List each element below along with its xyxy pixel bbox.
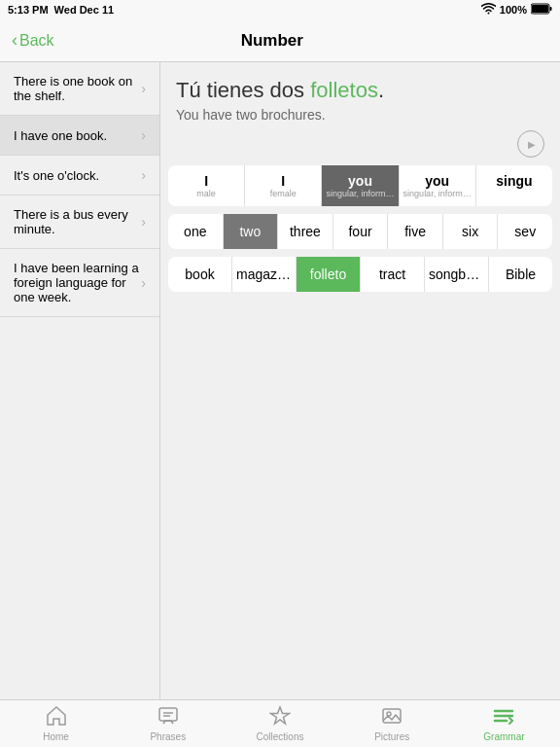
wifi-icon [481, 3, 496, 17]
number-two[interactable]: two [224, 214, 279, 249]
status-time: 5:13 PM [8, 4, 49, 16]
svg-rect-2 [532, 5, 548, 13]
status-bar: 5:13 PM Wed Dec 11 100% [0, 0, 560, 19]
sentence-highlight: folletos [310, 78, 378, 102]
back-label: Back [19, 32, 54, 50]
battery-icon [531, 3, 552, 17]
number-six[interactable]: six [443, 214, 499, 249]
noun-songbook-label: songbook [429, 267, 488, 282]
tab-grammar-label: Grammar [483, 731, 524, 742]
svg-rect-7 [383, 709, 401, 723]
sidebar-item-3[interactable]: It's one o'clock. › [0, 156, 159, 196]
noun-bible-label: Bible [506, 267, 536, 282]
tab-pictures[interactable]: Pictures [336, 705, 448, 742]
play-icon: ▶ [528, 139, 536, 150]
noun-book-label: book [185, 267, 214, 282]
noun-tract[interactable]: tract [361, 257, 425, 292]
noun-magazine-label: magazine [236, 267, 296, 282]
tab-grammar[interactable]: Grammar [448, 705, 560, 742]
sidebar: There is one book on the shelf. › I have… [0, 62, 160, 699]
number-seven-label: sev [514, 224, 536, 239]
sidebar-item-1-label: There is one book on the shelf. [14, 74, 141, 103]
noun-magazine[interactable]: magazine [232, 257, 297, 292]
pronoun-I-female-label: I [249, 173, 317, 189]
chevron-icon-5: › [141, 275, 146, 291]
pronoun-sing-5[interactable]: singu [476, 165, 552, 206]
svg-rect-3 [159, 708, 177, 721]
tab-pictures-label: Pictures [374, 731, 409, 742]
pronoun-container: I male I female you singular, informal, … [168, 165, 552, 206]
sidebar-item-5[interactable]: I have been learning a foreign language … [0, 249, 159, 317]
noun-folleto-label: folleto [310, 267, 346, 282]
noun-book[interactable]: book [168, 257, 232, 292]
tab-home[interactable]: Home [0, 705, 112, 742]
status-date: Wed Dec 11 [54, 4, 115, 16]
noun-folleto[interactable]: folleto [297, 257, 361, 292]
number-three[interactable]: three [278, 214, 333, 249]
svg-line-13 [509, 721, 512, 724]
tab-bar: Home Phrases Collections P [0, 699, 560, 747]
tab-collections-label: Collections [257, 731, 304, 742]
tab-collections[interactable]: Collections [224, 705, 335, 742]
number-five[interactable]: five [388, 214, 443, 249]
battery-label: 100% [500, 4, 527, 16]
number-four-label: four [348, 224, 371, 239]
number-one[interactable]: one [168, 214, 224, 249]
pronoun-I-male-label: I [172, 173, 240, 189]
pronoun-you-sing-f-sub: singular, informal, female [403, 189, 472, 198]
play-row: ▶ [160, 130, 560, 165]
noun-tract-label: tract [379, 267, 405, 282]
pronoun-I-female[interactable]: I female [245, 165, 322, 206]
collections-icon [269, 705, 291, 729]
sidebar-item-3-label: It's one o'clock. [14, 168, 141, 183]
pronoun-you-sing-inf-f[interactable]: you singular, informal, female [400, 165, 476, 206]
grammar-icon [493, 705, 514, 729]
sentence-punct: . [378, 78, 384, 102]
svg-marker-6 [271, 707, 290, 724]
pronoun-you-sing-inf-m[interactable]: you singular, informal, male [322, 165, 399, 206]
number-three-label: three [290, 224, 321, 239]
sidebar-item-1[interactable]: There is one book on the shelf. › [0, 62, 159, 116]
number-seven[interactable]: sev [498, 214, 552, 249]
chevron-icon-3: › [141, 167, 146, 183]
pronoun-I-male[interactable]: I male [168, 165, 245, 206]
number-two-label: two [239, 224, 261, 239]
nouns-row: book magazine folleto tract songbook Bib… [168, 257, 552, 292]
play-button[interactable]: ▶ [517, 130, 544, 158]
numbers-row: one two three four five six sev [168, 214, 552, 249]
number-six-label: six [462, 224, 478, 239]
noun-bible[interactable]: Bible [489, 257, 552, 292]
pictures-icon [381, 705, 402, 729]
sidebar-item-2-label: I have one book. [14, 128, 141, 143]
tab-phrases[interactable]: Phrases [112, 705, 224, 742]
noun-songbook[interactable]: songbook [425, 257, 489, 292]
pronoun-sing-5-label: singu [480, 173, 548, 189]
pronoun-I-male-sub: male [172, 189, 240, 198]
pronoun-you-sing-f-label: you [403, 173, 472, 189]
sentence-translation: You have two brochures. [176, 107, 544, 123]
sentence-prefix: Tú tienes dos [176, 78, 310, 102]
nav-bar: ‹ Back Number [0, 19, 560, 62]
nav-title: Number [54, 31, 490, 51]
back-chevron-icon: ‹ [12, 30, 18, 51]
pronoun-you-sing-sub: singular, informal, male [326, 189, 394, 198]
svg-rect-1 [550, 7, 552, 11]
pronoun-you-sing-label: you [326, 173, 394, 189]
chevron-icon-4: › [141, 214, 146, 230]
tab-phrases-label: Phrases [150, 731, 186, 742]
tab-home-label: Home [43, 731, 69, 742]
number-five-label: five [404, 224, 426, 239]
pronoun-I-female-sub: female [249, 189, 317, 198]
sidebar-item-4-label: There is a bus every minute. [14, 207, 141, 236]
sentence-area: Tú tienes dos folletos. You have two bro… [160, 62, 560, 130]
phrases-icon [158, 705, 179, 729]
sidebar-item-5-label: I have been learning a foreign language … [14, 261, 141, 304]
number-four[interactable]: four [333, 214, 389, 249]
sidebar-item-2[interactable]: I have one book. › [0, 116, 159, 156]
main-layout: There is one book on the shelf. › I have… [0, 62, 560, 699]
number-one-label: one [184, 224, 206, 239]
sidebar-item-4[interactable]: There is a bus every minute. › [0, 196, 159, 249]
home-icon [46, 705, 67, 729]
chevron-icon-2: › [141, 127, 146, 143]
back-button[interactable]: ‹ Back [12, 30, 54, 51]
